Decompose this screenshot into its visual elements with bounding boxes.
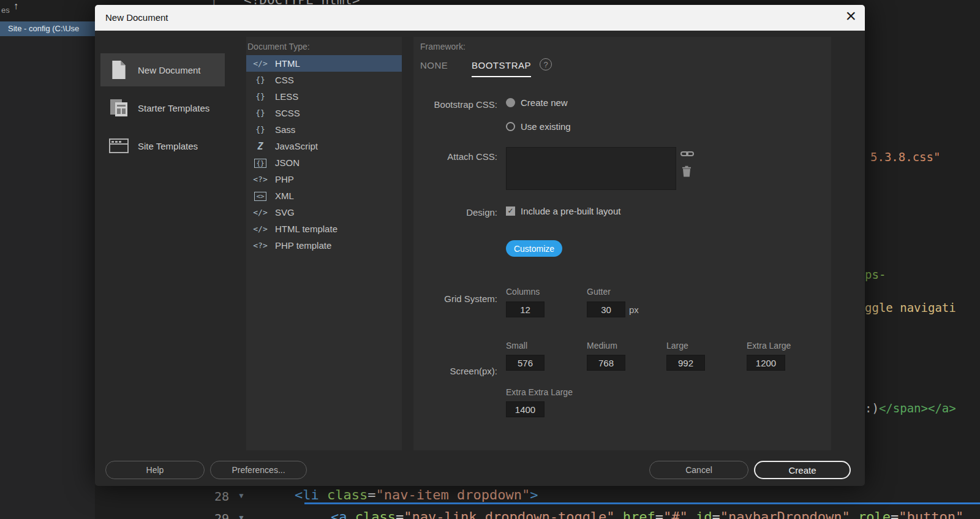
prebuilt-layout-checkbox-row[interactable]: ✓ Include a pre-built layout <box>506 206 620 216</box>
fold-arrow-icon[interactable]: ▼ <box>238 513 245 519</box>
attach-css-label: Attach CSS: <box>413 151 497 162</box>
grid-system-label: Grid System: <box>413 294 497 304</box>
help-button[interactable]: Help <box>105 461 205 479</box>
radio-create-new[interactable]: Create new <box>506 97 568 108</box>
radio-selected-icon[interactable] <box>506 98 515 107</box>
code-token: = <box>396 509 404 519</box>
extra-extra-large-input[interactable] <box>506 401 545 417</box>
doc-type-scss[interactable]: {}SCSS <box>246 105 402 121</box>
gutter-input[interactable] <box>587 301 625 317</box>
new-document-dialog: New Document × New Document Starter Temp… <box>95 5 865 486</box>
code-line-28[interactable]: <li class="nav-item dropdown"> <box>295 487 538 502</box>
create-button[interactable]: Create <box>754 461 851 479</box>
tab-none[interactable]: NONE <box>420 60 448 70</box>
doc-type-javascript[interactable]: ZJavaScript <box>246 138 402 154</box>
medium-label: Medium <box>587 341 617 350</box>
extra-large-label: Extra Large <box>747 341 791 350</box>
json-icon: {} <box>251 158 270 167</box>
framework-header: Framework: <box>420 42 466 51</box>
fold-arrow-icon[interactable]: ▼ <box>238 491 245 500</box>
sidebar-item-starter-templates[interactable]: Starter Templates <box>100 91 225 124</box>
attach-css-textarea[interactable] <box>506 147 676 190</box>
extra-large-input[interactable] <box>747 355 785 371</box>
design-label: Design: <box>413 207 497 218</box>
screen: es ↑ Site - config (C:\Use 1 <!DOCTYPE h… <box>0 0 980 519</box>
xml-icon: <> <box>251 191 270 200</box>
large-input[interactable] <box>666 355 705 371</box>
trash-icon[interactable] <box>682 165 692 180</box>
braces-icon: {} <box>251 92 270 101</box>
doc-type-label: SVG <box>275 207 295 218</box>
code-tag-icon: </> <box>251 59 270 68</box>
braces-icon: {} <box>251 125 270 134</box>
small-input[interactable] <box>506 355 545 371</box>
code-token: role <box>850 509 891 519</box>
php-tag-icon: <?> <box>251 241 270 250</box>
collapse-up-icon[interactable]: ↑ <box>13 1 18 12</box>
doc-type-html[interactable]: </>HTML <box>246 55 402 72</box>
doc-type-svg[interactable]: </>SVG <box>246 204 402 221</box>
medium-input[interactable] <box>587 355 625 371</box>
document-type-panel: Document Type: </>HTML {}CSS {}LESS {}SC… <box>246 37 402 450</box>
angle-brackets-icon: <> <box>254 192 266 201</box>
customize-button[interactable]: Customize <box>506 240 562 257</box>
large-label: Large <box>666 341 688 350</box>
doc-type-json[interactable]: {}JSON <box>246 154 402 171</box>
site-config-tab[interactable]: Site - config (C:\Use <box>0 21 97 36</box>
doc-type-php[interactable]: <?>PHP <box>246 171 402 188</box>
doc-type-php-template[interactable]: <?>PHP template <box>246 237 402 254</box>
code-token: class <box>347 509 396 519</box>
code-line-29[interactable]: <a class="nav-link dropdown-toggle" href… <box>331 509 963 519</box>
columns-input[interactable] <box>506 301 545 317</box>
sidebar-item-label: Site Templates <box>138 141 198 151</box>
sidebar-item-site-templates[interactable]: Site Templates <box>100 129 225 162</box>
doc-type-label: PHP <box>275 174 294 184</box>
code-tag-icon: </> <box>251 224 270 233</box>
dialog-titlebar: New Document × <box>95 5 865 31</box>
radio-unselected-icon[interactable] <box>506 122 515 131</box>
bootstrap-css-label: Bootstrap CSS: <box>413 99 497 110</box>
doc-type-css[interactable]: {}CSS <box>246 72 402 88</box>
small-label: Small <box>506 341 527 350</box>
doc-type-label: CSS <box>275 75 294 85</box>
doc-type-label: PHP template <box>275 240 331 251</box>
code-token: id <box>688 509 712 519</box>
document-type-header: Document Type: <box>247 42 310 51</box>
php-tag-icon: <?> <box>251 175 270 184</box>
doc-type-less[interactable]: {}LESS <box>246 88 402 105</box>
code-token: <a <box>331 509 347 519</box>
cancel-button[interactable]: Cancel <box>649 461 748 479</box>
tab-bootstrap[interactable]: BOOTSTRAP <box>472 60 531 77</box>
doc-type-label: LESS <box>275 91 298 102</box>
radio-use-existing[interactable]: Use existing <box>506 121 571 132</box>
code-token: "navbarDropdown" <box>720 509 850 519</box>
doc-type-sass[interactable]: {}Sass <box>246 121 402 138</box>
dialog-title: New Document <box>105 12 168 23</box>
code-token: "nav-item dropdown" <box>375 487 530 502</box>
code-token: "nav-link dropdown-toggle" <box>404 509 614 519</box>
starter-templates-icon <box>108 97 130 118</box>
code-token: <li <box>295 487 319 502</box>
code-token: href <box>615 509 655 519</box>
doc-type-xml[interactable]: <>XML <box>246 188 402 204</box>
line-number-28: 28 <box>214 489 229 504</box>
attach-link-icon[interactable] <box>680 150 694 161</box>
radio-label: Create new <box>521 97 568 108</box>
code-fragment-tail: :)</span></a> <box>865 401 956 415</box>
sidebar-item-new-document[interactable]: New Document <box>100 53 225 86</box>
preferences-button[interactable]: Preferences... <box>210 461 307 479</box>
corner-label: es <box>1 6 10 15</box>
close-icon[interactable]: × <box>845 6 856 26</box>
javascript-icon: Z <box>251 141 270 152</box>
checkbox-label: Include a pre-built layout <box>521 206 620 216</box>
code-fragment-green: ps- <box>865 268 886 281</box>
doc-type-label: HTML template <box>275 224 337 234</box>
code-fragment-css-path: 5.3.8.css" <box>870 150 940 164</box>
checkbox-checked-icon[interactable]: ✓ <box>506 206 515 216</box>
code-tag-icon: </> <box>251 208 270 217</box>
gutter-label: Gutter <box>587 287 611 297</box>
document-type-list: </>HTML {}CSS {}LESS {}SCSS {}Sass ZJava… <box>246 55 402 254</box>
doc-type-html-template[interactable]: </>HTML template <box>246 221 402 237</box>
framework-panel: Framework: NONE BOOTSTRAP ? Bootstrap CS… <box>413 37 831 450</box>
help-icon[interactable]: ? <box>540 58 552 70</box>
